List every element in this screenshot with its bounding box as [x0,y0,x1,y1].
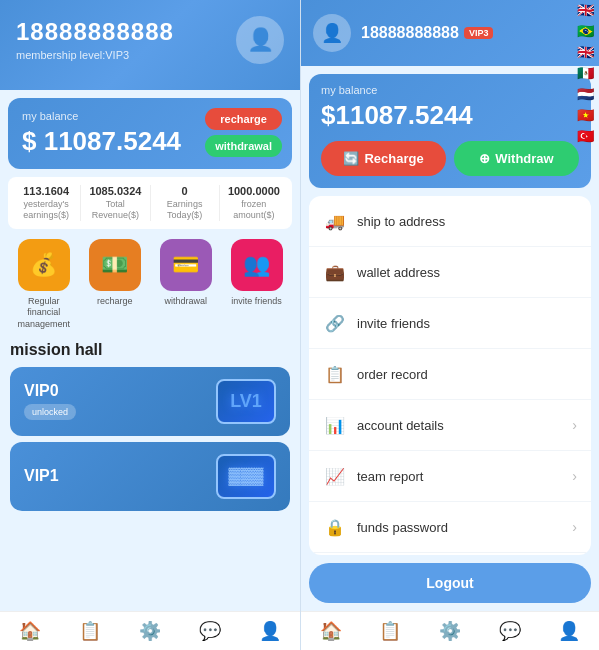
flag-vn[interactable]: 🇻🇳 [571,105,599,125]
right-panel: 👤 18888888888 VIP3 🇬🇧 🇧🇷 🇬🇧 🇲🇽 🇳🇱 🇻🇳 🇹🇷 … [300,0,599,650]
menu-item-team-report[interactable]: 📈 team report › [309,451,591,502]
withdrawal-icon: 💳 [160,239,212,291]
nav-profile[interactable]: 👤 [259,620,281,642]
menu-item-order-record[interactable]: 📋 order record [309,349,591,400]
left-bottom-nav: 🏠 📋 ⚙️ 💬 👤 [0,611,300,650]
left-balance-card: my balance $ 11087.5244 recharge withdra… [8,98,292,169]
recharge-quick-label: recharge [97,296,133,308]
stat-label-frozen: frozenamount($) [220,199,288,221]
left-header: 18888888888 membership level:VIP3 👤 [0,0,300,90]
withdrawal-quick-label: withdrawal [164,296,207,308]
invite-icon: 👥 [231,239,283,291]
ship-address-icon: 🚚 [323,209,347,233]
menu-item-wallet[interactable]: 💼 wallet address [309,247,591,298]
balance-actions: recharge withdrawal [205,108,282,157]
recharge-button[interactable]: recharge [205,108,282,130]
quick-action-recharge[interactable]: 💵 recharge [89,239,141,331]
right-header: 👤 18888888888 VIP3 🇬🇧 🇧🇷 🇬🇧 🇲🇽 🇳🇱 🇻🇳 🇹🇷 [301,0,599,66]
nav-list[interactable]: 📋 [79,620,101,642]
flag-mx[interactable]: 🇲🇽 [571,63,599,83]
menu-item-account-details[interactable]: 📊 account details › [309,400,591,451]
stat-label-today: EarningsToday($) [151,199,219,221]
right-actions: 🔄 Recharge ⊕ Withdraw [321,141,579,176]
recharge-icon: 💵 [89,239,141,291]
flag-uk[interactable]: 🇬🇧 [571,0,599,20]
stat-revenue: 1085.0324 TotalRevenue($) [81,185,150,221]
stat-label-revenue: TotalRevenue($) [81,199,149,221]
quick-action-financial[interactable]: 💰 Regularfinancialmanagement [17,239,70,331]
recharge-icon-btn: 🔄 [343,151,359,166]
mission-section: mission hall VIP0 unlocked LV1 VIP1 ▓▓▓ [0,341,300,523]
right-balance-amount: $11087.5244 [321,100,579,131]
menu-list: 🚚 ship to address 💼 wallet address 🔗 inv… [309,196,591,555]
vip-card-1[interactable]: VIP1 ▓▓▓ [10,442,290,511]
stat-today: 0 EarningsToday($) [151,185,220,221]
mission-title: mission hall [10,341,290,359]
right-balance-card: my balance $11087.5244 🔄 Recharge ⊕ With… [309,74,591,188]
order-record-icon: 📋 [323,362,347,386]
stat-yesterday: 113.1604 yesterday'searnings($) [12,185,81,221]
stats-row: 113.1604 yesterday'searnings($) 1085.032… [8,177,292,229]
menu-text-order-record: order record [357,367,577,382]
stat-frozen: 1000.0000 frozenamount($) [220,185,288,221]
flag-uk2[interactable]: 🇬🇧 [571,42,599,62]
left-panel: 18888888888 membership level:VIP3 👤 my b… [0,0,300,650]
flag-tr[interactable]: 🇹🇷 [571,126,599,146]
flag-column: 🇬🇧 🇧🇷 🇬🇧 🇲🇽 🇳🇱 🇻🇳 🇹🇷 [571,0,599,146]
chevron-team-report: › [572,468,577,484]
menu-text-account-details: account details [357,418,562,433]
stat-value-frozen: 1000.0000 [220,185,288,197]
withdraw-icon-btn: ⊕ [479,151,490,166]
menu-item-ship-address[interactable]: 🚚 ship to address [309,196,591,247]
menu-item-company-qual[interactable]: 🏢 COMPANY QUALIFICATION › [309,553,591,555]
menu-item-invite[interactable]: 🔗 invite friends [309,298,591,349]
left-avatar: 👤 [236,16,284,64]
menu-item-funds-password[interactable]: 🔒 funds password › [309,502,591,553]
right-recharge-label: Recharge [364,151,423,166]
right-nav-profile[interactable]: 👤 [558,620,580,642]
vip-level-1: VIP1 [24,467,59,485]
withdrawal-button[interactable]: withdrawal [205,135,282,157]
lv-badge-1: ▓▓▓ [216,454,276,499]
logout-button[interactable]: Logout [309,563,591,603]
vip-level-0: VIP0 [24,382,76,400]
menu-text-invite: invite friends [357,316,577,331]
menu-text-ship-address: ship to address [357,214,577,229]
flag-br[interactable]: 🇧🇷 [571,21,599,41]
vip-card-0[interactable]: VIP0 unlocked LV1 [10,367,290,436]
financial-label: Regularfinancialmanagement [17,296,70,331]
invite-friends-icon: 🔗 [323,311,347,335]
nav-home[interactable]: 🏠 [19,620,41,642]
stat-value-yesterday: 113.1604 [12,185,80,197]
menu-text-team-report: team report [357,469,562,484]
quick-actions: 💰 Regularfinancialmanagement 💵 recharge … [0,229,300,341]
stat-value-revenue: 1085.0324 [81,185,149,197]
vip-badge-0: unlocked [24,404,76,420]
account-details-icon: 📊 [323,413,347,437]
stat-value-today: 0 [151,185,219,197]
right-avatar: 👤 [313,14,351,52]
menu-text-funds-password: funds password [357,520,562,535]
right-withdraw-label: Withdraw [495,151,553,166]
right-nav-settings[interactable]: ⚙️ [439,620,461,642]
right-withdraw-button[interactable]: ⊕ Withdraw [454,141,579,176]
financial-icon: 💰 [18,239,70,291]
right-nav-home[interactable]: 🏠 [320,620,342,642]
right-nav-chat[interactable]: 💬 [499,620,521,642]
wallet-icon: 💼 [323,260,347,284]
vip-tag: VIP3 [464,27,494,39]
right-balance-label: my balance [321,84,579,96]
invite-quick-label: invite friends [231,296,282,308]
menu-text-wallet: wallet address [357,265,577,280]
funds-password-icon: 🔒 [323,515,347,539]
right-recharge-button[interactable]: 🔄 Recharge [321,141,446,176]
chevron-funds-password: › [572,519,577,535]
nav-settings[interactable]: ⚙️ [139,620,161,642]
stat-label-yesterday: yesterday'searnings($) [12,199,80,221]
right-nav-list[interactable]: 📋 [379,620,401,642]
quick-action-invite[interactable]: 👥 invite friends [231,239,283,331]
right-phone: 18888888888 [361,24,459,42]
quick-action-withdrawal[interactable]: 💳 withdrawal [160,239,212,331]
team-report-icon: 📈 [323,464,347,488]
nav-chat[interactable]: 💬 [199,620,221,642]
